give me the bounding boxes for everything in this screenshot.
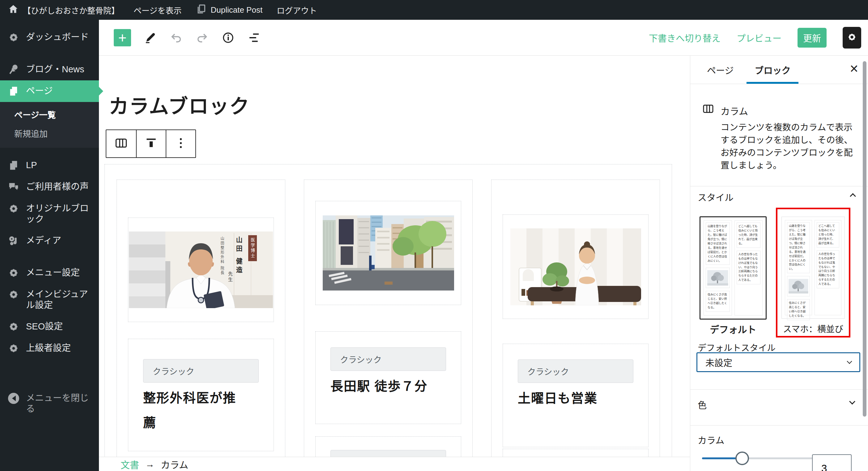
view-page-link[interactable]: ページを表示 [133, 4, 182, 16]
sidebar-item-blog-news[interactable]: ブログ・News [0, 59, 99, 81]
update-button[interactable]: 更新 [798, 28, 827, 48]
tab-page[interactable]: ページ [696, 56, 744, 84]
column-3-image-block[interactable] [503, 215, 649, 319]
switch-to-draft-button[interactable]: 下書きへ切り替え [649, 31, 720, 44]
column-2[interactable]: クラシック 長田駅 徒歩７分 クラシック [304, 180, 473, 471]
kebab-menu-icon [174, 136, 188, 151]
column-1-text-block[interactable]: クラシック 整形外科医が推薦 [128, 339, 274, 451]
sidebar-item-lp[interactable]: LP [0, 155, 99, 176]
preview-text: 山路を登りながら、こう考えた。智に働けば角が立つ。情に棹させば流される。意地を通… [787, 222, 810, 273]
photo-name-text: 山田 健造 [234, 237, 243, 275]
breadcrumb-arrow-icon: → [145, 459, 155, 469]
block-options-button[interactable] [166, 130, 195, 157]
columns-count-input[interactable] [812, 454, 851, 471]
columns-panel-title: カラム [698, 433, 724, 446]
annotation-red-box: 山路を登りながら、こう考えた。智に働けば角が立つ。情に棹させば流される。意地を通… [776, 208, 850, 338]
admin-bar: 【ひがしおおさか整骨院】 ページを表示 Duplicate Post ログアウト [0, 0, 868, 20]
sidebar-label: ご利用者様の声 [26, 181, 89, 192]
column-1-heading[interactable]: 整形外科医が推薦 [143, 386, 245, 435]
sidebar-label: メインビジュアル設定 [26, 289, 96, 311]
columns-block-type-button[interactable] [106, 130, 136, 157]
default-style-select[interactable]: 未設定 [696, 352, 860, 372]
style-option-default[interactable]: 山路を登りながら、こう考えた。智に働けば角が立つ。情に棹させば流される。意地を通… [700, 216, 767, 320]
sidebar-item-voices[interactable]: ご利用者様の声 [0, 176, 99, 198]
sidebar-item-dashboard[interactable]: ダッシュボード [0, 27, 99, 48]
column-1-image-block[interactable]: 医学博士 山田 健造 先生 山田整形外科 院長 [128, 218, 274, 322]
details-info-icon[interactable] [221, 31, 235, 44]
sidebar-item-menu-settings[interactable]: メニュー設定 [0, 262, 99, 284]
sidebar-item-original-block[interactable]: オリジナルブロック [0, 198, 99, 230]
sidebar-item-media[interactable]: メディア [0, 230, 99, 252]
column-2-text-block[interactable]: クラシック 長田駅 徒歩７分 [315, 331, 461, 424]
classic-block-placeholder[interactable]: クラシック [143, 359, 259, 383]
page-title[interactable]: カラムブロック [109, 90, 250, 119]
chevron-up-icon[interactable] [851, 194, 855, 200]
pages-icon [8, 86, 19, 97]
close-icon[interactable]: ✕ [849, 62, 859, 75]
breadcrumb-current[interactable]: カラム [161, 458, 188, 471]
logout-link[interactable]: ログアウト [277, 4, 317, 16]
gear-icon [8, 203, 19, 214]
gear-icon [8, 32, 19, 43]
sidebar-item-seo[interactable]: SEO設定 [0, 316, 99, 338]
classic-block-placeholder[interactable]: クラシック [518, 359, 633, 383]
redo-icon[interactable] [195, 31, 209, 44]
column-1[interactable]: 医学博士 山田 健造 先生 山田整形外科 院長 クラシック 整形外科医が推薦 [117, 180, 285, 471]
column-2-heading[interactable]: 長田駅 徒歩７分 [331, 374, 446, 399]
chevron-down-icon[interactable] [850, 399, 855, 405]
slider-thumb[interactable] [735, 451, 749, 465]
duplicate-icon [196, 4, 207, 17]
sidebar-label: ページ [26, 86, 53, 96]
collapse-menu-button[interactable]: メニューを閉じる [0, 387, 99, 420]
classic-block-placeholder[interactable]: クラシック [331, 347, 446, 371]
duplicate-post-menu[interactable]: Duplicate Post [196, 4, 263, 17]
color-panel-title: 色 [698, 398, 707, 411]
sidebar-item-pages[interactable]: ページ [0, 81, 99, 102]
duplicate-post-label: Duplicate Post [211, 5, 263, 15]
edit-mode-pencil-icon[interactable] [144, 31, 157, 44]
preview-text: 人の世を作ったものは神でもなければ鬼でもない、やはり向う三軒両隣にちらちらするた… [737, 251, 761, 285]
inspector-tabs: ページ ブロック [690, 56, 868, 84]
chevron-down-icon [847, 359, 852, 364]
vertical-align-button[interactable] [136, 130, 166, 157]
columns-icon [114, 136, 128, 151]
tab-block[interactable]: ブロック [744, 56, 801, 84]
editor-header: + 下書きへ切り替え プレビュー 更新 [99, 20, 868, 56]
media-icon [8, 235, 19, 246]
sidebar-label: ダッシュボード [26, 32, 89, 43]
undo-icon[interactable] [169, 31, 183, 44]
style-preview-column: どこへ越しても住みにくいと悟った時、詩が生れて、画が出来る。 人の世を作ったもの… [814, 220, 842, 315]
sidebar-item-add-new[interactable]: 新規追加 [0, 124, 99, 143]
settings-gear-button[interactable] [843, 27, 861, 49]
block-inspector: ページ ブロック ✕ カラム コンテンツを複数のカラムで表示するブロックを追加し… [690, 56, 868, 471]
gear-icon [8, 267, 19, 279]
photo-title-text: 山田整形外科 院長 [219, 237, 225, 275]
columns-block[interactable]: 医学博士 山田 健造 先生 山田整形外科 院長 クラシック 整形外科医が推薦 [104, 164, 672, 471]
column-3[interactable]: クラシック 土曜日も営業 [491, 180, 660, 471]
inspector-scrollbar[interactable] [863, 61, 866, 417]
admin-sidebar: ダッシュボード ブログ・News ページ ページ一覧 新規追加 LP ご利用者様… [0, 20, 99, 471]
sidebar-item-advanced[interactable]: 上級者設定 [0, 338, 99, 359]
site-name[interactable]: 【ひがしおおさか整骨院】 [23, 4, 119, 16]
column-3-heading[interactable]: 土曜日も営業 [518, 386, 633, 411]
style-preview-column: 山路を登りながら、こう考えた。智に働けば角が立つ。情に棹させば流される。意地を通… [704, 220, 732, 316]
style-option-sp[interactable]: 山路を登りながら、こう考えた。智に働けば角が立つ。情に棹させば流される。意地を通… [781, 217, 845, 319]
clinic-photo [510, 228, 641, 305]
sidebar-label: LP [26, 160, 37, 170]
sidebar-item-main-visual[interactable]: メインビジュアル設定 [0, 284, 99, 316]
column-2-image-block[interactable] [315, 201, 461, 305]
gear-icon [8, 343, 19, 354]
preview-text: 山路を登りながら、こう考えた。智に働けば角が立つ。情に棹させば流される。意地を通… [706, 222, 730, 265]
admin-home-menu[interactable]: 【ひがしおおさか整骨院】 [8, 4, 119, 17]
column-3-text-block[interactable]: クラシック 土曜日も営業 [503, 344, 649, 447]
block-inserter-button[interactable]: + [114, 29, 131, 46]
preview-button[interactable]: プレビュー [737, 31, 781, 44]
sidebar-label: メディア [26, 235, 61, 246]
columns-count-slider[interactable] [702, 458, 813, 459]
pushpin-icon [8, 64, 19, 75]
breadcrumb-document[interactable]: 文書 [121, 458, 139, 471]
list-view-icon[interactable] [247, 31, 261, 44]
sidebar-item-pages-list[interactable]: ページ一覧 [0, 105, 99, 124]
gear-icon [8, 289, 19, 300]
sidebar-label: メニュー設定 [26, 267, 80, 278]
